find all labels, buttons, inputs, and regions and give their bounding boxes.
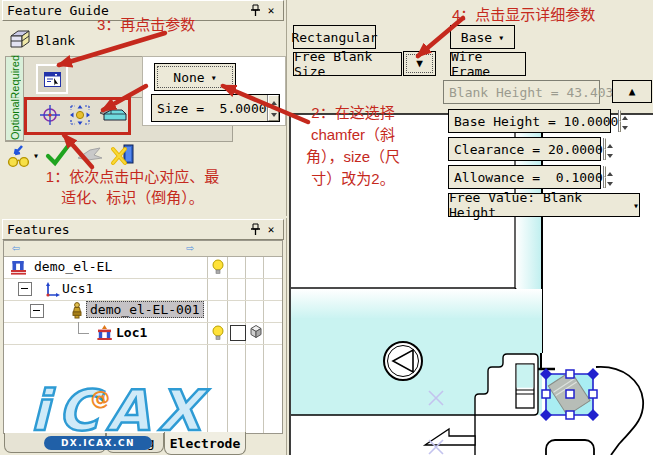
close-icon[interactable]: ✕ (263, 223, 279, 237)
show-detail-params-button[interactable]: ▼ (403, 51, 436, 76)
clearance-spinner[interactable] (603, 138, 606, 160)
annotation-step2-line3: 角），size（尺 (278, 146, 428, 168)
blank-height-field: Blank Height = 43.4031 (443, 80, 600, 104)
tree-label[interactable]: Ucs1 (62, 281, 93, 296)
clearance-value: Clearance = 20.0000 (454, 142, 603, 157)
allowance-field[interactable]: Allowance = 0.1000 (448, 165, 601, 189)
pocket-fill (517, 365, 534, 388)
chamfer-size-field[interactable]: Size = 5.0000 (151, 94, 280, 122)
annotation-step1: 1：依次点击中心对应、最 适化、标识（倒角）。 (10, 166, 255, 208)
annotation-step3: 3：再点击参数 (97, 14, 195, 35)
visibility-checkbox[interactable] (230, 325, 246, 341)
free-value-dropdown[interactable]: Free Value: Blank Height ▾ (448, 193, 640, 217)
base-dropdown[interactable]: Base ▾ (450, 25, 515, 49)
base-label: Base (461, 30, 492, 45)
optional-icons-highlight-box (24, 97, 131, 135)
chamfer-size-value: Size = 5.0000 (157, 101, 267, 116)
tree-row-electrode[interactable]: demo_el-EL-001 (4, 300, 282, 323)
tree-row-ucs[interactable]: Ucs1 (4, 278, 282, 301)
collapse-minus-icon[interactable] (30, 304, 44, 318)
parameter-dialog-icon (44, 72, 61, 87)
features-panel: Features ✕ ⇦ ⇨ (0, 218, 287, 455)
pin-icon[interactable] (247, 4, 263, 18)
features-title: Features (7, 222, 70, 237)
collapse-minus-icon[interactable] (18, 282, 32, 296)
annotation-step4: 4：点击显示详细参数 (452, 4, 595, 25)
history-forward-icon[interactable]: ⇨ (186, 240, 194, 255)
annotation-step2: 2：在这选择 chamfer（斜 角），size（尺 寸）改为2。 (278, 102, 428, 190)
tree-label-selected[interactable]: demo_el-EL-001 (86, 301, 204, 318)
band-gradient (291, 289, 542, 319)
free-blank-size-label: Free Blank Size (294, 49, 401, 79)
tree-label[interactable]: demo_el-EL (34, 259, 112, 274)
parameters-button[interactable] (36, 64, 68, 94)
chevron-down-icon: ▾ (211, 72, 217, 83)
base-height-spinner[interactable] (618, 110, 621, 132)
base-height-field[interactable]: Base Height = 10.0000 (448, 109, 611, 133)
bulb-icon[interactable] (211, 325, 225, 345)
close-icon[interactable]: ✕ (263, 4, 279, 18)
tree-row-loc[interactable]: Loc1 (4, 322, 282, 345)
chamfer-popup: None ▾ Size = 5.0000 (142, 56, 286, 126)
chamfer-type-dropdown[interactable]: None ▾ (154, 63, 236, 91)
blank-label: Blank (36, 33, 75, 48)
triangle-up-icon: ▲ (629, 85, 636, 98)
wire-frame-label: Wire Frame (451, 49, 525, 79)
annotation-step2-line2: chamfer（斜 (278, 124, 428, 146)
free-value-label: Free Value: Blank Height (449, 190, 627, 220)
tree-header: ⇦ ⇨ (4, 241, 282, 257)
tree-row-assembly[interactable]: demo_el-EL (4, 256, 282, 279)
clearance-field[interactable]: Clearance = 20.0000 (448, 137, 601, 161)
free-blank-size-button[interactable]: Free Blank Size (293, 52, 402, 76)
annotation-step2-line4: 寸）改为2。 (278, 168, 428, 190)
blank-3d-box-icon (8, 29, 32, 53)
tab-required-label: Required (9, 55, 21, 100)
tree-label[interactable]: Loc1 (116, 325, 147, 340)
blank-height-value: Blank Height = 43.4031 (449, 85, 621, 100)
bulb-icon[interactable] (211, 259, 225, 279)
tab-electrode-label: Electrode (170, 436, 240, 451)
rectangular-button[interactable]: Rectangular (293, 25, 376, 49)
tab-optional-label: Optional (9, 99, 21, 140)
location-icon (96, 324, 113, 344)
chevron-down-icon: ▾ (633, 200, 639, 211)
tab-hidden-1[interactable] (4, 433, 106, 453)
electrode-holder-icon (70, 302, 84, 322)
triangle-down-icon: ▼ (416, 57, 423, 70)
annotation-step2-line1: 2：在这选择 (278, 102, 428, 124)
pin-icon[interactable] (247, 223, 263, 237)
collapse-params-button[interactable]: ▲ (612, 80, 652, 103)
tab-optional[interactable]: Optional (6, 98, 24, 141)
rectangular-label: Rectangular (291, 30, 377, 45)
tab-parting-label: rting (115, 435, 154, 450)
wire-frame-button[interactable]: Wire Frame (450, 52, 526, 76)
ucs-axes-icon (44, 281, 60, 300)
annotation-step1-line1: 1：依次点击中心对应、最 (10, 166, 255, 187)
allowance-value: Allowance = 0.1000 (454, 170, 603, 185)
annotation-step1-line2: 适化、标识（倒角）。 (10, 187, 255, 208)
features-titlebar[interactable]: Features ✕ (2, 219, 284, 240)
tools-disabled-icon (76, 146, 104, 167)
electrode-assembly-icon (10, 259, 27, 278)
feature-guide-title: Feature Guide (7, 3, 109, 18)
chevron-down-icon: ▾ (498, 32, 504, 43)
allowance-spinner[interactable] (603, 166, 606, 188)
tree-elbow-line (78, 322, 89, 334)
chamfer-type-value: None (173, 70, 204, 85)
tab-electrode[interactable]: Electrode (164, 432, 246, 455)
selected-electrode[interactable] (540, 368, 599, 421)
preview-dropdown-caret[interactable]: ▾ (33, 150, 39, 161)
base-height-value: Base Height = 10.0000 (454, 114, 618, 129)
tab-required[interactable]: Required (6, 57, 24, 99)
tab-parting[interactable]: rting (106, 433, 164, 453)
solid-cube-icon[interactable] (248, 324, 264, 343)
cad-electrode-app: Feature Guide ✕ Blank Required Optional (0, 0, 653, 455)
feature-tree: ⇦ ⇨ demo_el-EL (3, 240, 283, 434)
history-back-icon[interactable]: ⇦ (12, 240, 20, 255)
